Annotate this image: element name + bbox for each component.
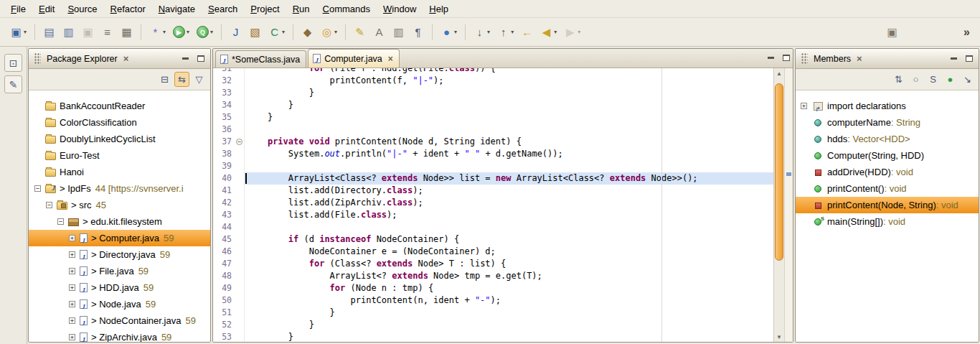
tree-item[interactable]: +> HDD.java59 xyxy=(29,279,210,296)
view-drag-handle[interactable] xyxy=(34,53,41,65)
menu-run[interactable]: Run xyxy=(286,1,316,17)
forward-button[interactable]: ▶▾ xyxy=(561,23,583,41)
build-project-button[interactable]: ▦ xyxy=(118,23,136,41)
menu-file[interactable]: File xyxy=(4,1,32,17)
tree-item[interactable]: +> Node.java59 xyxy=(29,296,210,312)
back-button[interactable]: ◀▾ xyxy=(537,23,560,41)
scrollbar-track[interactable] xyxy=(774,78,784,332)
menu-edit[interactable]: Edit xyxy=(32,1,61,17)
code-line[interactable]: 44 xyxy=(213,221,773,233)
fast-view-restore-button[interactable]: ⊡ xyxy=(4,54,22,72)
last-edit-location-button[interactable]: ← xyxy=(518,23,536,41)
code-line[interactable]: 31 for (File f : hdd.get(File.class)) { xyxy=(213,68,773,75)
new-java-package-button[interactable]: ▧ xyxy=(246,23,264,41)
open-window-button[interactable]: ▤ xyxy=(40,23,58,41)
close-view-icon[interactable]: × xyxy=(121,53,132,64)
code-line[interactable]: 34 } xyxy=(213,99,773,111)
code-line[interactable]: 40 ArrayList<Class<? extends Node>> list… xyxy=(213,172,773,185)
member-item[interactable]: +import declarations xyxy=(796,98,979,114)
code-line[interactable]: 33 } xyxy=(213,87,773,99)
member-item[interactable]: +smain(String[]) : void xyxy=(796,213,979,230)
code-line[interactable]: 52 } xyxy=(213,319,773,331)
tree-item[interactable]: +Hanoi xyxy=(29,164,210,180)
new-java-class-button[interactable]: C▾ xyxy=(265,23,288,41)
tree-item[interactable]: +Euro-Test xyxy=(29,147,210,164)
tree-item[interactable]: +DoublyLinkedCyclicList xyxy=(29,131,210,147)
web-browser-button[interactable]: ●▾ xyxy=(438,23,460,41)
tree-expander-icon[interactable]: + xyxy=(801,103,807,109)
member-item[interactable]: +computerName : String xyxy=(796,114,979,131)
fold-collapse-icon[interactable]: − xyxy=(236,139,242,145)
hide-fields-button[interactable]: ○ xyxy=(908,72,923,87)
minimize-view-button[interactable] xyxy=(179,52,192,65)
code-editor[interactable]: 31 for (File f : hdd.get(File.class)) {3… xyxy=(213,68,773,342)
code-line[interactable]: 39 xyxy=(213,160,773,172)
print-button[interactable]: ≡ xyxy=(98,23,116,41)
open-type-button[interactable]: ◆ xyxy=(298,23,316,41)
new-wizard-button[interactable]: ▣▾ xyxy=(7,23,29,41)
hide-non-public-button[interactable]: ● xyxy=(943,72,958,87)
code-line[interactable]: 37− private void printContent(Node d, St… xyxy=(213,136,773,148)
tree-item[interactable]: +> ZipArchiv.java59 xyxy=(29,329,210,342)
tree-expander-icon[interactable]: − xyxy=(34,185,41,192)
hide-static-members-button[interactable]: S xyxy=(925,72,941,87)
pin-editor-button[interactable]: ▣ xyxy=(883,23,901,41)
member-item[interactable]: +hdds : Vector<HDD> xyxy=(796,131,979,147)
tree-item[interactable]: −> src45 xyxy=(29,197,210,213)
menu-help[interactable]: Help xyxy=(423,1,455,17)
toolbar-overflow-chevron-icon[interactable]: » xyxy=(958,26,976,39)
tree-expander-icon[interactable]: + xyxy=(69,334,75,340)
search-button[interactable]: ◎▾ xyxy=(318,23,340,41)
tree-item[interactable]: −> edu.kit.filesystem xyxy=(29,213,210,230)
scroll-up-icon[interactable]: ▲ xyxy=(774,68,784,78)
new-editor-window-button[interactable]: ▥ xyxy=(60,23,77,41)
tree-expander-icon[interactable]: − xyxy=(57,218,64,225)
link-with-editor-button[interactable]: ⇆ xyxy=(174,72,189,87)
maximize-view-button[interactable] xyxy=(962,52,976,65)
tree-item[interactable]: +ColorClassification xyxy=(29,114,210,131)
menu-refactor[interactable]: Refactor xyxy=(104,1,152,17)
collapse-all-button[interactable]: ⊟ xyxy=(157,72,172,87)
code-line[interactable]: 42 list.add(ZipArchiv.class); xyxy=(213,197,773,209)
code-line[interactable]: 32 printContent(f, "|-"); xyxy=(213,75,773,87)
code-line[interactable]: 41 list.add(Directory.class); xyxy=(213,185,773,197)
new-java-project-button[interactable]: J xyxy=(227,23,245,41)
tree-item[interactable]: −> IpdFs44 [https://svnserver.i xyxy=(29,180,210,197)
code-line[interactable]: 38 System.out.println("|-" + ident + " "… xyxy=(213,148,773,160)
fast-view-editor-button[interactable]: ✎ xyxy=(4,75,22,93)
code-line[interactable]: 51 } xyxy=(213,307,773,319)
debug-tool-button[interactable]: *▾ xyxy=(146,23,169,41)
menu-search[interactable]: Search xyxy=(202,1,244,17)
scrollbar-thumb[interactable] xyxy=(775,83,783,261)
tree-item[interactable]: +BankAccountReader xyxy=(29,98,210,114)
tree-expander-icon[interactable]: + xyxy=(69,284,75,291)
tree-item[interactable]: +> NodeContainer.java59 xyxy=(29,312,210,329)
scroll-down-icon[interactable]: ▼ xyxy=(774,332,784,342)
show-annotations-button[interactable]: A xyxy=(370,23,388,41)
tree-expander-icon[interactable]: + xyxy=(69,235,75,241)
code-line[interactable]: 36 xyxy=(213,124,773,136)
tree-item[interactable]: +> Computer.java59 xyxy=(29,230,210,246)
tree-expander-icon[interactable]: + xyxy=(69,268,75,274)
menu-commands[interactable]: Commands xyxy=(316,1,377,17)
member-item[interactable]: +addDrive(HDD) : void xyxy=(796,164,979,180)
code-line[interactable]: 46 NodeContainer e = (NodeContainer) d; xyxy=(213,246,773,258)
show-inherited-button[interactable]: ↘ xyxy=(960,72,975,87)
view-menu-button[interactable]: ▽ xyxy=(192,72,207,87)
tree-expander-icon[interactable]: + xyxy=(69,301,75,307)
member-item[interactable]: +Computer(String, HDD) xyxy=(796,147,979,164)
tree-expander-icon[interactable]: + xyxy=(69,317,75,324)
tree-expander-icon[interactable]: + xyxy=(69,251,75,258)
show-whitespace-button[interactable]: ¶ xyxy=(409,23,427,41)
save-button[interactable]: ▣ xyxy=(79,23,97,41)
menu-window[interactable]: Window xyxy=(377,1,423,17)
maximize-view-button[interactable] xyxy=(194,52,207,65)
menu-source[interactable]: Source xyxy=(61,1,103,17)
code-line[interactable]: 50 printContent(n, ident + "-"); xyxy=(213,294,773,307)
code-line[interactable]: 48 ArrayList<? extends Node> tmp = e.get… xyxy=(213,270,773,282)
tree-item[interactable]: +> Directory.java59 xyxy=(29,246,210,263)
next-annotation-button[interactable]: ↓▾ xyxy=(471,23,493,41)
member-item[interactable]: +printContent() : void xyxy=(796,180,979,197)
previous-annotation-button[interactable]: ↑▾ xyxy=(494,23,517,41)
code-line[interactable]: 35 } xyxy=(213,111,773,124)
